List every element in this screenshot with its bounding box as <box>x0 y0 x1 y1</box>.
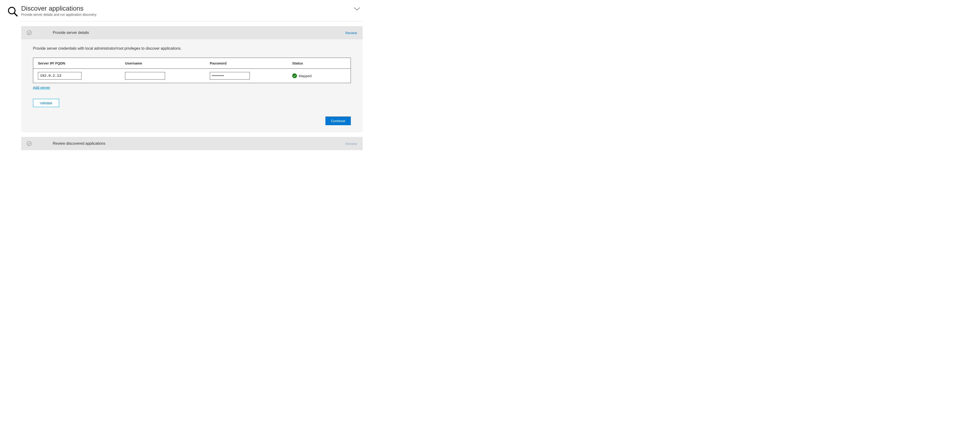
column-header-status: Status <box>292 61 346 65</box>
search-icon <box>7 5 21 155</box>
instruction-text: Provide server credentials with local ad… <box>33 46 351 51</box>
page-subtitle: Provide server details and run applicati… <box>21 13 97 16</box>
section-header-review-apps: Review discovered applications Review <box>21 137 363 150</box>
continue-button[interactable]: Continue <box>325 116 351 125</box>
server-ip-input[interactable] <box>38 72 81 79</box>
svg-point-2 <box>27 30 31 35</box>
username-input[interactable] <box>125 72 165 79</box>
svg-point-0 <box>8 7 15 14</box>
svg-point-3 <box>292 73 297 78</box>
page-title: Discover applications <box>21 5 97 12</box>
section-header-server-details: Provide server details Review <box>21 26 363 39</box>
validate-button[interactable]: Validate <box>33 99 59 107</box>
column-header-server-ip: Server IP/ FQDN <box>38 61 125 65</box>
svg-point-4 <box>27 141 31 146</box>
status-check-icon <box>292 73 297 78</box>
column-header-password: Password <box>210 61 292 65</box>
chevron-down-icon[interactable] <box>354 5 363 11</box>
status-label: Mapped <box>299 74 312 78</box>
add-server-link[interactable]: Add server <box>33 86 50 89</box>
check-circle-icon <box>27 141 32 146</box>
review-link-review-apps[interactable]: Review <box>345 141 357 146</box>
column-header-username: Username <box>125 61 210 65</box>
review-link-server-details[interactable]: Review <box>345 31 357 35</box>
svg-line-1 <box>14 13 18 16</box>
table-row: Mapped <box>33 69 351 83</box>
check-circle-icon <box>27 30 32 35</box>
section-title-server-details: Provide server details <box>53 30 89 35</box>
server-table: Server IP/ FQDN Username Password Status <box>33 58 351 83</box>
section-title-review-apps: Review discovered applications <box>53 141 105 146</box>
password-input[interactable] <box>210 72 250 79</box>
